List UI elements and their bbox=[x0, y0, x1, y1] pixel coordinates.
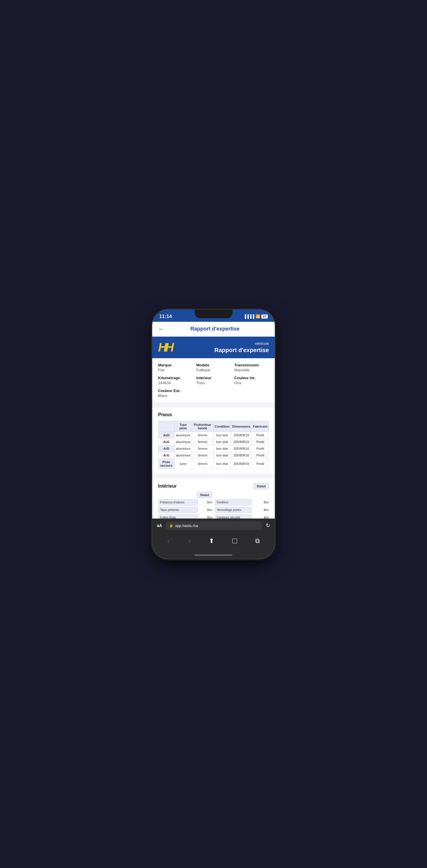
tire-label: Pneu secours bbox=[159, 459, 175, 469]
interior-left-label: Fuites d'eau bbox=[158, 515, 198, 519]
report-header: HH véhicule Rapport d'expertise bbox=[152, 337, 275, 358]
tire-row: Pneu secours acier 3mmm bon état 205/80R… bbox=[159, 459, 269, 469]
phone-screen: 11:14 ▐▐▐▐ 📶 97 ← Rapport d'expertise HH… bbox=[152, 310, 275, 559]
interior-left-value: Bon bbox=[199, 516, 212, 519]
interieur-right-items: Fenêtres Bon Verrouillage portes Bon Cei… bbox=[215, 499, 269, 519]
interior-right-value: Bon bbox=[253, 501, 269, 504]
interieur-item: Intérieur Tissu bbox=[196, 376, 231, 385]
back-nav-button[interactable]: ‹ bbox=[165, 535, 172, 547]
tire-profondeur: 3mmm bbox=[192, 452, 214, 459]
interior-left-value: Bon bbox=[199, 508, 212, 512]
tire-label: AvG bbox=[159, 438, 175, 445]
tire-dimensions: 205/80R16 bbox=[231, 445, 252, 452]
tire-type: aluminium bbox=[174, 432, 192, 438]
interior-right-value: Bon bbox=[253, 516, 269, 519]
couleur-int-item: Couleur Int. Gris bbox=[234, 376, 269, 385]
bookmarks-button[interactable]: □ bbox=[230, 535, 239, 547]
pneus-title: Pneus bbox=[158, 412, 269, 417]
modele-label: Modèle bbox=[196, 363, 231, 367]
bottom-nav: ‹ › ⬆ □ ⧉ bbox=[152, 533, 275, 553]
interieur-section: Intérieur Statut Statut Présence d'odeur… bbox=[152, 478, 275, 519]
col-header-type-jante: Type jante bbox=[174, 421, 192, 432]
browser-url-text: app.hasta.ma bbox=[175, 524, 198, 528]
interieur-label: Intérieur bbox=[196, 376, 231, 380]
modele-value: Fullback bbox=[196, 368, 231, 372]
tire-profondeur: 3mmm bbox=[192, 438, 214, 445]
interior-right-label: Fenêtres bbox=[215, 499, 252, 505]
battery-indicator: 97 bbox=[261, 314, 268, 318]
interior-left-row: Fuites d'eau Bon bbox=[158, 515, 212, 519]
divider-2 bbox=[152, 474, 275, 476]
notch bbox=[195, 310, 232, 318]
report-title: Rapport d'expertise bbox=[215, 347, 269, 353]
interior-right-value: Bon bbox=[253, 508, 269, 512]
browser-bar: aA 🔒 app.hasta.ma ↻ bbox=[152, 519, 275, 533]
marque-item: Marque Fiat bbox=[158, 363, 193, 372]
col-header-empty bbox=[159, 421, 175, 432]
report-header-right: véhicule Rapport d'expertise bbox=[215, 341, 269, 353]
tire-condition: bon état bbox=[213, 432, 231, 438]
kilometrage-label: Kilométrage bbox=[158, 376, 193, 380]
transmission-label: Transmission bbox=[234, 363, 269, 367]
interior-right-row: Ceintures sécurité Bon bbox=[215, 515, 269, 519]
lock-icon: 🔒 bbox=[169, 524, 173, 528]
tire-type: aluminium bbox=[174, 438, 192, 445]
forward-nav-button[interactable]: › bbox=[186, 535, 193, 547]
tire-type: aluminium bbox=[174, 445, 192, 452]
divider-1 bbox=[152, 403, 275, 405]
transmission-item: Transmission Manuelle bbox=[234, 363, 269, 372]
col-header-profondeur: Profondeur bande bbox=[192, 421, 214, 432]
home-bar bbox=[195, 554, 232, 556]
couleur-ext-item: Couleur Ext. Blanc bbox=[158, 389, 269, 398]
marque-value: Fiat bbox=[158, 368, 193, 372]
vehicule-label: véhicule bbox=[215, 341, 269, 346]
tire-label: ArD bbox=[159, 445, 175, 452]
tire-fabricant: Pirelli bbox=[252, 459, 269, 469]
interieur-left-col: Statut Présence d'odeurs Bon Tapis prése… bbox=[158, 492, 212, 519]
tire-profondeur: 3mmm bbox=[192, 445, 214, 452]
browser-url-bar[interactable]: 🔒 app.hasta.ma bbox=[166, 522, 262, 530]
interieur-value: Tissu bbox=[196, 381, 231, 385]
tire-row: ArG aluminium 3mmm bon état 205/80R16 Pi… bbox=[159, 452, 269, 459]
kilometrage-item: Kilométrage 144634 bbox=[158, 376, 193, 385]
browser-aa-button[interactable]: aA bbox=[157, 523, 162, 528]
signal-icon: ▐▐▐▐ bbox=[244, 314, 254, 318]
report-logo: HH bbox=[158, 341, 174, 353]
modele-item: Modèle Fullback bbox=[196, 363, 231, 372]
right-col-spacer bbox=[215, 492, 269, 499]
tire-type: acier bbox=[174, 459, 192, 469]
tires-table: Type jante Profondeur bande Condition Di… bbox=[158, 421, 269, 469]
tire-row: ArD aluminium 3mmm bon état 205/80R16 Pi… bbox=[159, 445, 269, 452]
col-header-fabricant: Fabricant bbox=[252, 421, 269, 432]
tire-condition: bon état bbox=[213, 438, 231, 445]
wifi-icon: 📶 bbox=[256, 314, 260, 318]
tire-label: ArG bbox=[159, 452, 175, 459]
interior-right-label: Ceintures sécurité bbox=[215, 515, 252, 519]
interior-right-label: Verrouillage portes bbox=[215, 507, 252, 513]
tire-fabricant: Pirelli bbox=[252, 438, 269, 445]
couleur-ext-value: Blanc bbox=[158, 394, 269, 398]
couleur-ext-label: Couleur Ext. bbox=[158, 389, 269, 393]
col-header-condition: Condition bbox=[213, 421, 231, 432]
tire-row: AvD aluminium 3mmm bon état 205/80R16 Pi… bbox=[159, 432, 269, 438]
vehicle-info-grid: Marque Fiat Modèle Fullback Transmission… bbox=[158, 363, 269, 385]
share-button[interactable]: ⬆ bbox=[206, 536, 217, 546]
marque-label: Marque bbox=[158, 363, 193, 367]
interieur-title: Intérieur bbox=[158, 484, 177, 489]
vehicle-info: Marque Fiat Modèle Fullback Transmission… bbox=[152, 358, 275, 403]
tire-dimensions: 205/80R16 bbox=[231, 459, 252, 469]
interieur-right-col: Fenêtres Bon Verrouillage portes Bon Cei… bbox=[215, 492, 269, 519]
tire-condition: bon état bbox=[213, 452, 231, 459]
tire-fabricant: Pirelli bbox=[252, 445, 269, 452]
tire-dimensions: 205/80R16 bbox=[231, 438, 252, 445]
tire-dimensions: 205/80R16 bbox=[231, 452, 252, 459]
transmission-value: Manuelle bbox=[234, 368, 269, 372]
tabs-button[interactable]: ⧉ bbox=[253, 536, 262, 546]
reload-button[interactable]: ↻ bbox=[266, 522, 270, 529]
interior-left-row: Tapis présents Bon bbox=[158, 507, 212, 513]
statut-header-right: Statut bbox=[253, 483, 269, 489]
interieur-grid: Statut Présence d'odeurs Bon Tapis prése… bbox=[158, 492, 269, 519]
kilometrage-value: 144634 bbox=[158, 381, 193, 385]
interior-right-row: Verrouillage portes Bon bbox=[215, 507, 269, 513]
back-button[interactable]: ← bbox=[158, 325, 165, 333]
